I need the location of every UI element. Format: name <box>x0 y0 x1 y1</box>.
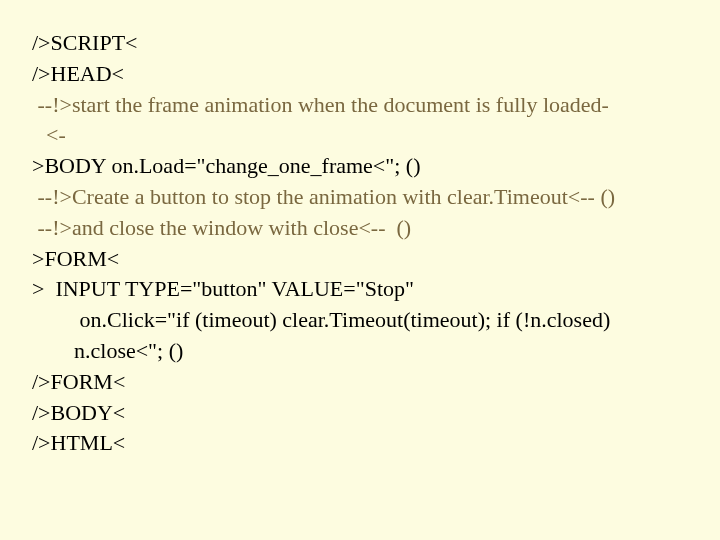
code-line: > INPUT TYPE="button" VALUE="Stop" <box>32 274 700 305</box>
comment-line: --!>Create a button to stop the animatio… <box>32 182 700 213</box>
code-line: n.close<"; () <box>32 336 700 367</box>
code-line: />FORM< <box>32 367 700 398</box>
comment-line: <- <box>32 120 700 151</box>
comment-line: --!>start the frame animation when the d… <box>32 90 700 121</box>
code-line: />SCRIPT< <box>32 28 700 59</box>
code-line: >FORM< <box>32 244 700 275</box>
code-line: >BODY on.Load="change_one_frame<"; () <box>32 151 700 182</box>
code-line: on.Click="if (timeout) clear.Timeout(tim… <box>32 305 700 336</box>
code-line: />HEAD< <box>32 59 700 90</box>
code-slide: />SCRIPT< />HEAD< --!>start the frame an… <box>0 0 720 479</box>
comment-line: --!>and close the window with close<-- (… <box>32 213 700 244</box>
code-line: />BODY< <box>32 398 700 429</box>
code-line: />HTML< <box>32 428 700 459</box>
